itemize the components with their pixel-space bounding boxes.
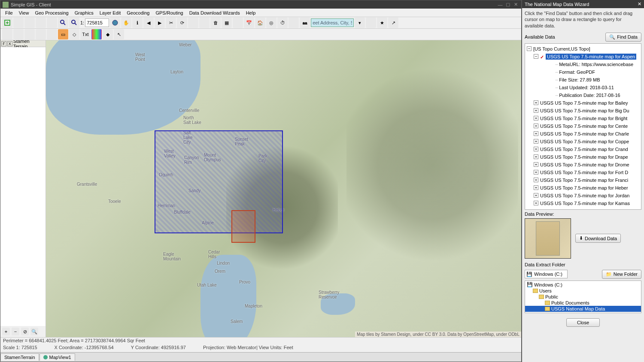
toolbar-btn-15[interactable] (188, 18, 198, 28)
cut-button[interactable]: ✂ (166, 18, 176, 28)
menu-view[interactable]: View (16, 9, 32, 16)
tree-node-bigdu[interactable]: +USGS US Topo 7.5-minute map for Big Du (525, 107, 641, 115)
stopwatch-button[interactable]: ⏱ (277, 18, 288, 28)
menu-gps[interactable]: GPS/Routing (152, 9, 186, 16)
refresh-button[interactable]: ⟳ (177, 18, 187, 28)
tree-node-drome[interactable]: +USGS US Topo 7.5-minute map for Drome (525, 161, 641, 169)
tree-node-drape[interactable]: +USGS US Topo 7.5-minute map for Drape (525, 153, 641, 161)
tab-mapview1[interactable]: MapView1 (39, 353, 75, 361)
pointer-button[interactable]: ↖ (114, 29, 124, 39)
full-extent-button[interactable] (110, 18, 120, 28)
find-data-button[interactable]: 🔍Find Data (605, 33, 641, 42)
new-folder-button[interactable]: 📁New Folder (602, 270, 641, 279)
close-icon[interactable]: ✕ (512, 2, 519, 8)
folder-tree[interactable]: 💾Windows (C:) Users Public Public Docume… (525, 281, 641, 313)
circle-button[interactable]: ◎ (266, 18, 276, 28)
toolbar2-btn-2[interactable] (13, 29, 24, 39)
data-tree[interactable]: −[US Topo Current,US Topo] −✓USGS US Top… (525, 43, 641, 210)
tree-node-bright[interactable]: +USGS US Topo 7.5-minute map for Bright (525, 115, 641, 122)
tree-node-charle[interactable]: +USGS US Topo 7.5-minute map for Charle (525, 130, 641, 138)
tree-meta-updated[interactable]: ···Last Updated: 2018-03-11 (525, 84, 641, 91)
map-mountain-2 (346, 57, 518, 272)
arrow-button[interactable]: ↗ (388, 18, 398, 28)
menu-file[interactable]: File (2, 9, 16, 16)
folder-usgs[interactable]: USGS National Map Data (525, 306, 641, 312)
layer-delete-button[interactable]: ⊘ (21, 328, 29, 335)
layer-list[interactable] (0, 47, 46, 326)
forward-button[interactable]: ▶ (155, 18, 165, 28)
tree-node-heber[interactable]: +USGS US Topo 7.5-minute map for Heber (525, 184, 641, 192)
pan-button[interactable]: ✋ (121, 18, 131, 28)
house-button[interactable]: 🏘 (300, 18, 310, 28)
tree-meta-filesize[interactable]: ···File Size: 27.89 MB (525, 76, 641, 84)
calendar-button[interactable]: 📅 (244, 18, 254, 28)
tree-meta-format[interactable]: ···Format: GeoPDF (525, 68, 641, 76)
layer-add-button[interactable]: + (2, 328, 10, 335)
toolbar2-btn-4[interactable] (36, 29, 46, 39)
star-button[interactable]: ★ (377, 18, 387, 28)
toolbar-btn-19[interactable] (233, 18, 243, 28)
tree-node-crand[interactable]: +USGS US Topo 7.5-minute map for Crand (525, 145, 641, 153)
toolbar-btn-5[interactable] (47, 18, 57, 28)
delete-button[interactable]: 🗑 (210, 18, 221, 28)
tree-meta-pubdate[interactable]: ···Publication Date: 2017-08-16 (525, 91, 641, 99)
home-button[interactable]: 🏠 (255, 18, 265, 28)
tree-node-kamas[interactable]: +USGS US Topo 7.5-minute map for Kamas (525, 199, 641, 207)
toolbar-btn-24[interactable] (289, 18, 299, 28)
toolbar2-btn-3[interactable] (24, 29, 35, 39)
tree-node-fortd[interactable]: +USGS US Topo 7.5-minute map for Fort D (525, 169, 641, 176)
zoom-button[interactable] (58, 18, 68, 28)
zoom-minus-button[interactable] (69, 18, 79, 28)
tree-root[interactable]: −[US Topo Current,US Topo] (525, 45, 641, 53)
toolbar-btn-3[interactable] (24, 18, 35, 28)
txt-button[interactable]: Txt (80, 29, 91, 39)
tree-node-bailey[interactable]: +USGS US Topo 7.5-minute map for Bailey (525, 99, 641, 107)
menu-geocoding[interactable]: Geocoding (124, 9, 152, 16)
layer-search-button[interactable]: 🔍 (30, 328, 38, 335)
toolbar-btn-27[interactable] (366, 18, 376, 28)
tree-node-coppe[interactable]: +USGS US Topo 7.5-minute map for Coppe (525, 138, 641, 145)
menu-graphics[interactable]: Graphics (72, 9, 97, 16)
download-data-button[interactable]: ⬇Download Data (575, 234, 621, 243)
folder-publicdocs[interactable]: Public Documents (525, 300, 641, 306)
menu-datadownload[interactable]: Data Download Wizards (186, 9, 243, 16)
menu-help[interactable]: Help (243, 9, 259, 16)
color1-button[interactable] (91, 29, 102, 39)
maximize-icon[interactable]: ▢ (504, 2, 511, 8)
tree-selected-aspen[interactable]: −✓USGS US Topo 7.5-minute map for Aspen (525, 53, 641, 60)
toolbar-btn-4[interactable] (36, 18, 46, 28)
minimize-icon[interactable]: — (497, 2, 504, 8)
add-layer-button[interactable] (2, 18, 12, 28)
address-input[interactable] (311, 18, 354, 27)
address-go-button[interactable]: ▾ (355, 18, 365, 28)
folder-public[interactable]: Public (525, 294, 641, 300)
tree-meta-url[interactable]: ···MetaURL: https://www.sciencebase (525, 60, 641, 68)
tree-node-franci[interactable]: +USGS US Topo 7.5-minute map for Franci (525, 176, 641, 184)
tree-node-jordan[interactable]: +USGS US Topo 7.5-minute map for Jordan (525, 192, 641, 199)
folder-users[interactable]: Users (525, 288, 641, 294)
map-canvas[interactable]: Weber West Point Layton Centerville Nort… (46, 40, 521, 337)
draw-rect-button[interactable]: ▭ (58, 29, 68, 39)
menu-geoproc[interactable]: Geo Processing (32, 9, 71, 16)
toolbar2-btn-1[interactable] (2, 29, 12, 39)
identify-button[interactable]: ℹ (132, 18, 143, 28)
toolbar2-btn-5[interactable] (47, 29, 57, 39)
tab-stamenterrain[interactable]: StamenTerrain (0, 353, 39, 361)
table-button[interactable]: ▦ (222, 18, 232, 28)
color2-button[interactable]: ◆ (103, 29, 113, 39)
toolbar-btn-2[interactable] (13, 18, 24, 28)
back-button[interactable]: ◀ (143, 18, 154, 28)
menu-layeredit[interactable]: Layer Edit (97, 9, 124, 16)
layer-x-button[interactable]: X (7, 41, 12, 46)
scale-input[interactable] (85, 18, 109, 27)
layer-remove-button[interactable]: − (12, 328, 19, 335)
tree-node-cente[interactable]: +USGS US Topo 7.5-minute map for Cente (525, 122, 641, 130)
wizard-close-icon[interactable]: ✕ (638, 1, 641, 7)
shape-button[interactable]: ◇ (69, 29, 79, 39)
layer-f-button[interactable]: F (1, 41, 6, 46)
folder-root[interactable]: 💾Windows (C:) (525, 282, 641, 288)
drive-select[interactable]: 💾Windows (C:) (525, 270, 568, 278)
toolbar-btn-16[interactable] (199, 18, 210, 28)
close-button[interactable]: Close (566, 318, 600, 327)
toolbar-2: ▭ ◇ Txt ◆ ↖ (0, 29, 521, 40)
